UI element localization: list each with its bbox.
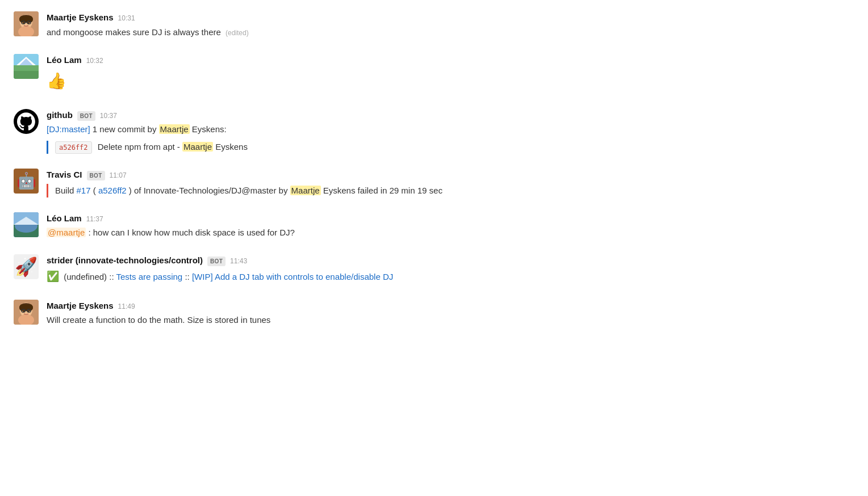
message-group: 🤖 Travis CI BOT 11:07 Build #17 ( a526ff… — [14, 166, 854, 200]
message-content: Maartje Eyskens 11:49 Will create a func… — [47, 300, 854, 327]
sender-name: Léo Lam — [47, 54, 82, 67]
message-header: Maartje Eyskens 10:31 — [47, 11, 854, 24]
message-text: ✅ (undefined) :: Tests are passing :: [W… — [47, 268, 854, 285]
avatar — [14, 109, 39, 134]
sender-name: Maartje Eyskens — [47, 300, 114, 313]
message-header: Travis CI BOT 11:07 — [47, 169, 854, 182]
timestamp: 10:31 — [118, 13, 135, 23]
commit-block: a526ff2 Delete npm from apt - Maartje Ey… — [47, 141, 854, 154]
sender-name: github — [47, 109, 73, 122]
message-content: Travis CI BOT 11:07 Build #17 ( a526ff2 … — [47, 169, 854, 197]
strider-separator: :: — [185, 272, 192, 281]
build-text-before: Build — [55, 186, 77, 195]
message-text: [DJ:master] 1 new commit by Maartje Eysk… — [47, 123, 854, 136]
mention-message: : how can I know how much disk space is … — [88, 228, 295, 237]
message-text: @maartje : how can I know how much disk … — [47, 226, 854, 239]
edited-label: (edited) — [226, 29, 249, 37]
bot-badge: BOT — [207, 257, 226, 266]
message-text: 👍 — [47, 68, 854, 94]
highlight-maartje-3: Maartje — [290, 186, 321, 195]
message-text: and mongoose makes sure DJ is always the… — [47, 26, 854, 39]
message-content: strider (innovate-technologies/control) … — [47, 254, 854, 284]
wip-link[interactable]: [WIP] Add a DJ tab with controls to enab… — [192, 272, 393, 281]
mention: @maartje — [47, 228, 86, 237]
checkmark-emoji: ✅ — [47, 271, 59, 282]
bot-badge: BOT — [87, 171, 105, 180]
message-group: Léo Lam 11:37 @maartje : how can I know … — [14, 210, 854, 242]
sender-name: strider (innovate-technologies/control) — [47, 254, 203, 267]
avatar: 🤖 — [14, 169, 39, 194]
avatar — [14, 54, 39, 79]
commit-intro: 1 new commit by — [93, 124, 159, 134]
avatar-image — [14, 300, 39, 325]
message-content: github BOT 10:37 [DJ:master] 1 new commi… — [47, 109, 854, 154]
avatar-image — [14, 212, 39, 237]
avatar — [14, 11, 39, 36]
commit-hash: a526ff2 — [55, 141, 92, 154]
timestamp: 11:43 — [230, 256, 247, 266]
avatar — [14, 212, 39, 237]
message-text: Will create a function to do the math. S… — [47, 313, 854, 327]
build-number-link[interactable]: #17 — [77, 186, 91, 195]
message-group: 🚀 strider (innovate-technologies/control… — [14, 252, 854, 287]
dj-master-link[interactable]: [DJ:master] — [47, 124, 90, 134]
timestamp: 10:32 — [86, 56, 103, 66]
message-header: Léo Lam 10:32 — [47, 54, 854, 67]
build-paren-open: ( — [93, 186, 96, 195]
message-body: Will create a function to do the math. S… — [47, 315, 270, 325]
commit-description: Delete npm from apt - — [98, 142, 182, 152]
timestamp: 10:37 — [100, 111, 117, 121]
bot-badge: BOT — [77, 111, 95, 121]
message-content: Léo Lam 11:37 @maartje : how can I know … — [47, 212, 854, 240]
message-group: Maartje Eyskens 11:49 Will create a func… — [14, 297, 854, 330]
highlight-maartje-2: Maartje — [182, 142, 213, 152]
message-header: Maartje Eyskens 11:49 — [47, 300, 854, 313]
chat-container: Maartje Eyskens 10:31 and mongoose makes… — [0, 0, 868, 348]
sender-name: Maartje Eyskens — [47, 11, 114, 24]
svg-rect-15 — [14, 71, 39, 79]
build-text-after: ) of Innovate-Technologies/DJ@master by — [129, 186, 290, 195]
sender-name: Léo Lam — [47, 212, 82, 225]
avatar-image — [14, 54, 39, 79]
timestamp: 11:07 — [110, 170, 127, 180]
message-text: Build #17 ( a526ff2 ) of Innovate-Techno… — [55, 186, 443, 195]
message-group: Maartje Eyskens 10:31 and mongoose makes… — [14, 9, 854, 41]
commit-hash-link[interactable]: a526ff2 — [98, 186, 127, 195]
commit-author: Eyskens — [215, 142, 248, 152]
commit-intro-2: Eyskens: — [192, 124, 227, 134]
travis-ci-icon: 🤖 — [16, 169, 36, 193]
tests-passing-link[interactable]: Tests are passing — [116, 272, 182, 281]
thumbs-up-emoji: 👍 — [47, 69, 66, 94]
build-text-end: Eyskens failed in 29 min 19 sec — [323, 186, 443, 195]
message-group: github BOT 10:37 [DJ:master] 1 new commi… — [14, 107, 854, 157]
avatar — [14, 300, 39, 325]
sender-name: Travis CI — [47, 169, 82, 182]
rocket-icon: 🚀 — [15, 254, 37, 279]
message-header: github BOT 10:37 — [47, 109, 854, 122]
message-body: and mongoose makes sure DJ is always the… — [47, 27, 221, 37]
avatar: 🚀 — [14, 254, 39, 279]
timestamp: 11:37 — [86, 214, 103, 224]
message-group: Léo Lam 10:32 👍 — [14, 52, 854, 96]
highlight-maartje: Maartje — [159, 124, 190, 134]
avatar-image — [14, 11, 39, 36]
build-block: Build #17 ( a526ff2 ) of Innovate-Techno… — [47, 184, 854, 197]
message-content: Maartje Eyskens 10:31 and mongoose makes… — [47, 11, 854, 39]
message-header: Léo Lam 11:37 — [47, 212, 854, 225]
strider-text-before: (undefined) :: — [64, 272, 116, 281]
message-content: Léo Lam 10:32 👍 — [47, 54, 854, 94]
message-header: strider (innovate-technologies/control) … — [47, 254, 854, 267]
timestamp: 11:49 — [118, 301, 135, 312]
github-logo-icon — [17, 112, 35, 131]
